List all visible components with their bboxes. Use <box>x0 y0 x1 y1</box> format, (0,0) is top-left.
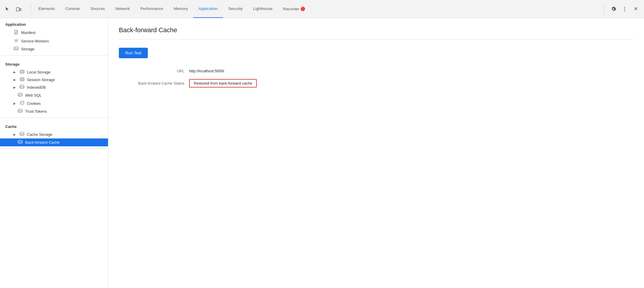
sidebar-item-cache-storage[interactable]: ▶ Cache Storage <box>0 131 108 138</box>
svg-point-29 <box>20 132 24 134</box>
topbar-right-divider <box>604 4 604 14</box>
sidebar-item-trust-tokens[interactable]: Trust Tokens <box>0 107 108 115</box>
topbar-divider <box>30 4 31 14</box>
back-forward-cache-label: Back-forward Cache <box>25 140 60 145</box>
tab-console[interactable]: Console <box>60 0 85 18</box>
svg-point-23 <box>21 102 22 103</box>
manifest-label: Manifest <box>21 30 35 35</box>
status-badge: Restored from back-forward cache <box>189 79 257 88</box>
grid-icon-session <box>19 77 25 82</box>
content-area: Back-forward Cache Run Test URL http://l… <box>108 18 644 288</box>
svg-rect-10 <box>20 70 24 73</box>
more-button[interactable] <box>620 4 629 14</box>
grid-icon-local <box>19 70 25 74</box>
local-storage-label: Local Storage <box>27 70 50 74</box>
cache-storage-label: Cache Storage <box>27 132 52 137</box>
tab-performance[interactable]: Performance <box>135 0 168 18</box>
device-toggle-icon[interactable] <box>15 5 23 13</box>
storage-app-label: Storage <box>21 47 35 51</box>
svg-point-24 <box>22 102 23 102</box>
db-icon-trust <box>18 109 23 114</box>
sidebar-item-indexeddb[interactable]: ▶ IndexedDB <box>0 83 108 91</box>
sidebar-item-back-forward-cache[interactable]: Back-forward Cache <box>0 138 108 146</box>
arrow-indexeddb: ▶ <box>13 86 17 89</box>
sidebar-section-application: Application <box>0 18 108 28</box>
svg-point-8 <box>16 40 17 41</box>
svg-point-3 <box>624 8 625 9</box>
sidebar-section-storage: Storage <box>0 58 108 68</box>
topbar-icons <box>4 5 23 13</box>
status-label: Back-forward Cache Status <box>119 81 189 85</box>
close-button[interactable]: ✕ <box>631 4 640 14</box>
content-divider <box>119 39 633 40</box>
indexeddb-label: IndexedDB <box>27 85 46 90</box>
run-test-button[interactable]: Run Test <box>119 48 148 58</box>
db-icon-websql <box>18 93 23 98</box>
tab-security[interactable]: Security <box>223 0 248 18</box>
gear-icon <box>13 38 19 44</box>
sidebar-item-cookies[interactable]: ▶ Cookies <box>0 99 108 107</box>
tab-memory[interactable]: Memory <box>168 0 193 18</box>
service-workers-label: Service Workers <box>21 39 49 43</box>
sidebar-item-session-storage[interactable]: ▶ Session Storage <box>0 76 108 83</box>
tab-network[interactable]: Network <box>110 0 135 18</box>
tab-list: Elements Console Sources Network Perform… <box>33 0 602 18</box>
cookie-icon <box>19 101 25 106</box>
cursor-icon[interactable] <box>4 5 12 13</box>
settings-button[interactable] <box>609 4 618 14</box>
svg-rect-15 <box>20 78 24 81</box>
page-title: Back-forward Cache <box>119 26 633 34</box>
main-layout: Application Manifest Service W <box>0 18 644 288</box>
cookies-label: Cookies <box>27 101 41 106</box>
tab-sources[interactable]: Sources <box>85 0 110 18</box>
status-row: Back-forward Cache Status Restored from … <box>119 79 633 88</box>
sidebar-item-service-workers[interactable]: Service Workers <box>0 37 108 45</box>
db-icon-storage <box>13 47 19 52</box>
tab-application[interactable]: Application <box>193 0 223 18</box>
sidebar-item-local-storage[interactable]: ▶ Local Storage <box>0 68 108 76</box>
arrow-cache-storage: ▶ <box>13 133 17 136</box>
svg-point-20 <box>20 85 24 87</box>
svg-point-25 <box>21 103 22 104</box>
sidebar-section-cache: Cache <box>0 120 108 131</box>
url-value: http://localhost:5000/ <box>189 69 224 73</box>
arrow-local-storage: ▶ <box>13 71 17 74</box>
url-row: URL http://localhost:5000/ <box>119 69 633 73</box>
svg-point-26 <box>23 103 23 104</box>
sidebar-item-web-sql[interactable]: Web SQL <box>0 91 108 99</box>
db-icon-indexed <box>19 85 25 90</box>
topbar-actions: ✕ <box>609 4 640 14</box>
separator-2 <box>0 118 108 118</box>
svg-point-28 <box>18 109 22 111</box>
tab-lighthouse[interactable]: Lighthouse <box>248 0 278 18</box>
db-icon-bfcache <box>18 140 23 145</box>
session-storage-label: Session Storage <box>27 78 55 82</box>
svg-rect-0 <box>16 8 19 11</box>
arrow-cookies: ▶ <box>13 102 17 105</box>
svg-rect-1 <box>20 8 21 11</box>
tab-elements[interactable]: Elements <box>33 0 60 18</box>
svg-point-9 <box>14 47 18 48</box>
svg-point-27 <box>22 102 22 103</box>
file-icon <box>13 30 19 35</box>
sidebar: Application Manifest Service W <box>0 18 108 288</box>
url-label: URL <box>119 69 189 73</box>
db-icon-cache <box>19 132 25 137</box>
devtools-topbar: Elements Console Sources Network Perform… <box>0 0 644 18</box>
tab-recorder[interactable]: Recorder 🔴 <box>278 0 311 18</box>
sidebar-item-storage-app[interactable]: Storage <box>0 45 108 53</box>
separator-3 <box>0 149 108 149</box>
svg-point-2 <box>624 7 625 8</box>
svg-point-4 <box>624 10 625 11</box>
separator-1 <box>0 55 108 56</box>
svg-point-21 <box>18 93 22 95</box>
sidebar-item-manifest[interactable]: Manifest <box>0 28 108 37</box>
svg-point-30 <box>18 140 22 142</box>
arrow-session-storage: ▶ <box>13 78 17 81</box>
trust-tokens-label: Trust Tokens <box>25 109 47 114</box>
web-sql-label: Web SQL <box>25 93 42 97</box>
